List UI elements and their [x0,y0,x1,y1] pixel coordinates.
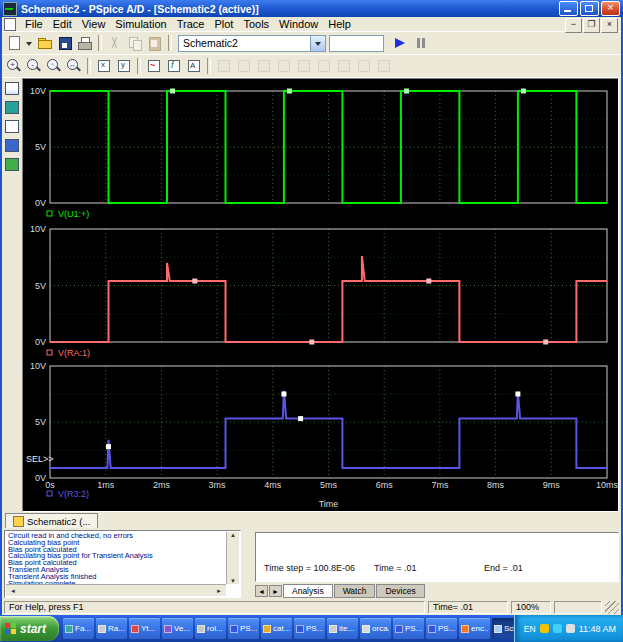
taskbar-button-label: Fa... [75,624,91,633]
svg-text:0V: 0V [35,337,46,347]
toolbar-separator [137,58,141,74]
simulation-results-icon[interactable] [5,82,19,95]
taskbar-button-label: PS... [405,624,422,633]
output-message-pane[interactable]: Circuit read in and checked, no errorsCa… [4,530,241,598]
paste-icon [146,34,164,52]
bottom-tab[interactable]: Devices [376,584,424,598]
new-icon[interactable] [5,34,23,52]
trace-legend-label[interactable]: V(U1:+) [58,209,89,219]
taskbar-button[interactable]: Ra... [96,618,127,639]
menu-item[interactable]: Trace [172,17,210,32]
tray-shield-icon[interactable] [540,624,549,633]
child-restore-button[interactable]: ❐ [583,18,600,33]
taskbar-button[interactable]: cat... [261,618,292,639]
resize-grip[interactable] [605,601,619,614]
taskbar-button[interactable]: Sch... [492,618,514,639]
probe-toolbar [2,55,621,78]
zoom-fit-icon[interactable] [65,57,83,75]
zoom-in-icon[interactable] [5,57,23,75]
print-icon[interactable] [76,34,94,52]
cursor-search-icon [355,57,373,75]
document-tab-schematic2[interactable]: Schematic2 (... [5,513,98,528]
watch-window-icon[interactable] [5,139,19,152]
log-x-axis-icon[interactable] [95,57,113,75]
x-axis-title: Time [319,499,339,509]
open-icon[interactable] [36,34,54,52]
menu-item[interactable]: Edit [48,17,77,32]
menu-item[interactable]: Simulation [110,17,171,32]
menu-item[interactable]: Plot [209,17,238,32]
bottom-tab[interactable]: Analysis [283,584,333,598]
add-trace-icon[interactable] [145,57,163,75]
new-dropdown-icon[interactable] [25,34,34,52]
cursor-max-icon [315,57,333,75]
tab-scroll-right-icon[interactable]: ► [269,585,282,597]
taskbar-button[interactable]: PS... [294,618,325,639]
taskbar-buttons: Fa...Ra...Yt...Ve...rol...PS...cat...PS.… [62,618,514,639]
simulation-profile-combobox[interactable]: Schematic2 [178,35,326,52]
menu-item[interactable]: File [20,17,48,32]
chevron-down-icon[interactable] [310,36,325,51]
minimize-button[interactable] [559,1,578,16]
child-minimize-button[interactable]: − [565,18,582,33]
scroll-left-icon[interactable]: ◄ [8,588,18,594]
taskbar-button-label: cat... [273,624,290,633]
status-bar: For Help, press F1 Time= .01 100% [2,600,621,615]
run-simulation-icon[interactable] [390,34,410,52]
taskbar-button[interactable]: Fa... [63,618,94,639]
restore-button[interactable] [580,1,599,16]
taskbar-button[interactable]: rol... [195,618,226,639]
title-bar: Schematic2 - PSpice A/D - [Schematic2 (a… [0,0,623,17]
cursor-min-icon [295,57,313,75]
left-tool-column [2,78,22,512]
child-close-button[interactable]: × [601,18,618,33]
menu-item[interactable]: Window [274,17,323,32]
evaluate-function-icon[interactable] [165,57,183,75]
taskbar-button[interactable]: PS... [393,618,424,639]
taskbar-button-label: Ra... [108,624,125,633]
close-button[interactable] [601,1,620,16]
bottom-tab[interactable]: Watch [334,584,376,598]
taskbar-button[interactable]: Ve... [162,618,193,639]
start-button[interactable]: start [0,616,59,641]
menu-item[interactable]: Tools [238,17,274,32]
language-indicator[interactable]: EN [524,624,536,634]
scroll-up-icon[interactable]: ▲ [230,532,236,538]
svg-text:10V: 10V [30,224,46,234]
taskbar-button[interactable]: ite... [327,618,358,639]
circuit-file-icon[interactable] [5,120,19,133]
svg-text:10V: 10V [30,361,46,371]
document-tab-label: Schematic2 (... [27,516,90,527]
save-icon[interactable] [56,34,74,52]
taskbar-button[interactable]: orca... [360,618,391,639]
tray-network-icon[interactable] [553,624,562,633]
taskbar-button-label: PS... [306,624,323,633]
tray-volume-icon[interactable] [566,624,575,633]
profile-edit-field[interactable] [329,35,384,52]
add-text-icon[interactable] [185,57,203,75]
menu-item[interactable]: Help [323,17,356,32]
taskbar-button[interactable]: PS... [426,618,457,639]
tab-scroll-left-icon[interactable]: ◄ [255,585,268,597]
menu-item[interactable]: View [77,17,111,32]
zoom-area-icon[interactable] [45,57,63,75]
plot-area[interactable]: 10V5V0VV(U1:+)10V5V0VV(RA:1)10V5V0VV(R3:… [22,78,619,512]
scroll-right-icon[interactable]: ► [214,588,224,594]
taskbar-button[interactable]: PS... [228,618,259,639]
log-y-axis-icon[interactable] [115,57,133,75]
scroll-down-icon[interactable]: ▼ [230,578,236,584]
output-horizontal-scrollbar[interactable]: ◄ ► [6,584,226,596]
cut-icon [106,34,124,52]
svg-text:5V: 5V [35,417,46,427]
output-vertical-scrollbar[interactable]: ▲ ▼ [226,532,239,584]
taskbar-button[interactable]: enc... [459,618,490,639]
simulation-status-pane: Time step = 100.8E-06 Time = .01 End = .… [255,532,619,582]
zoom-out-icon[interactable] [25,57,43,75]
toolbar-separator [168,35,172,51]
trace-legend-label[interactable]: V(RA:1) [58,348,90,358]
taskbar-button[interactable]: Yt... [129,618,160,639]
document-icon [13,516,24,527]
device-list-icon[interactable] [5,158,19,171]
output-window-icon[interactable] [5,101,19,114]
trace-legend-label[interactable]: V(R3:2) [58,489,89,499]
